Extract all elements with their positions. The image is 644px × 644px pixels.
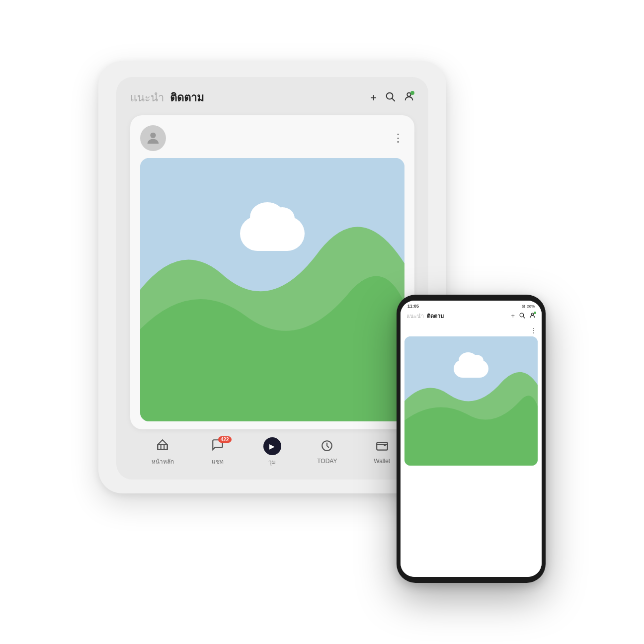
phone-header-actions: + bbox=[511, 312, 536, 320]
phone-mockup: 11:05 ⊡ 26% แนะนำ ติดตาม + bbox=[397, 295, 546, 583]
avatar bbox=[140, 125, 166, 151]
svg-point-9 bbox=[531, 313, 533, 315]
add-icon[interactable]: + bbox=[370, 91, 377, 104]
tab-follow[interactable]: ติดตาม bbox=[170, 89, 204, 106]
phone-header: แนะนำ ติดตาม + bbox=[401, 310, 542, 323]
profile-icon[interactable] bbox=[403, 91, 414, 105]
play-button[interactable]: ▶ bbox=[263, 437, 281, 455]
status-time: 11:05 bbox=[407, 304, 419, 309]
phone-status-bar: 11:05 ⊡ 26% bbox=[401, 301, 542, 310]
phone-tab-suggest[interactable]: แนะนำ bbox=[406, 312, 424, 321]
phone-post-image bbox=[404, 336, 538, 466]
scene: แนะนำ ติดตาม + bbox=[98, 61, 546, 583]
chat-label: แชท bbox=[212, 457, 224, 466]
nav-today[interactable]: TODAY bbox=[312, 439, 342, 465]
nav-chat[interactable]: 422 แชท bbox=[203, 438, 233, 466]
today-label: TODAY bbox=[317, 458, 337, 465]
bottom-nav: หน้าหลัก 422 แชท ▶ วุม bbox=[130, 429, 414, 470]
today-icon bbox=[321, 439, 333, 456]
home-icon bbox=[156, 438, 169, 455]
chat-badge: 422 bbox=[218, 436, 232, 443]
wallet-label: Wallet bbox=[374, 458, 390, 465]
phone-tabs: แนะนำ ติดตาม bbox=[406, 312, 444, 321]
tablet-mockup: แนะนำ ติดตาม + bbox=[98, 61, 446, 493]
phone-post-area: ⋮ bbox=[401, 323, 542, 577]
svg-rect-4 bbox=[158, 445, 167, 450]
header-actions: + bbox=[370, 91, 414, 105]
phone-search-icon[interactable] bbox=[519, 312, 525, 320]
wallet-icon bbox=[376, 439, 389, 456]
tab-suggest[interactable]: แนะนำ bbox=[130, 89, 164, 106]
svg-point-3 bbox=[150, 133, 156, 138]
svg-line-8 bbox=[523, 317, 525, 318]
phone-notch bbox=[456, 295, 486, 301]
app-header: แนะนำ ติดตาม + bbox=[130, 89, 414, 106]
phone-add-icon[interactable]: + bbox=[511, 312, 515, 320]
post-card: ⋮ bbox=[130, 115, 414, 429]
battery-percent: 26% bbox=[527, 304, 535, 309]
search-icon[interactable] bbox=[385, 91, 396, 105]
phone-post-header: ⋮ bbox=[404, 323, 538, 336]
tablet-inner: แนะนำ ติดตาม + bbox=[116, 77, 428, 480]
phone-profile-dot bbox=[534, 312, 536, 314]
profile-dot bbox=[410, 91, 414, 95]
post-image bbox=[140, 158, 404, 421]
grass-svg bbox=[140, 158, 404, 421]
phone-more-icon[interactable]: ⋮ bbox=[530, 326, 538, 334]
status-right: ⊡ 26% bbox=[522, 304, 535, 309]
nav-vum[interactable]: ▶ วุม bbox=[257, 437, 287, 467]
nav-home[interactable]: หน้าหลัก bbox=[148, 438, 177, 466]
more-options-icon[interactable]: ⋮ bbox=[393, 132, 404, 145]
nav-wallet[interactable]: Wallet bbox=[367, 439, 397, 465]
phone-screen: 11:05 ⊡ 26% แนะนำ ติดตาม + bbox=[401, 301, 542, 577]
battery-icon: ⊡ bbox=[522, 304, 525, 309]
phone-profile-icon[interactable] bbox=[529, 312, 536, 320]
vum-label: วุม bbox=[268, 457, 276, 467]
svg-line-1 bbox=[392, 98, 395, 101]
home-label: หน้าหลัก bbox=[152, 457, 174, 466]
svg-rect-6 bbox=[377, 443, 388, 450]
post-header: ⋮ bbox=[140, 125, 404, 151]
header-tabs: แนะนำ ติดตาม bbox=[130, 89, 204, 106]
phone-grass bbox=[404, 336, 538, 466]
phone-tab-follow[interactable]: ติดตาม bbox=[427, 312, 444, 321]
